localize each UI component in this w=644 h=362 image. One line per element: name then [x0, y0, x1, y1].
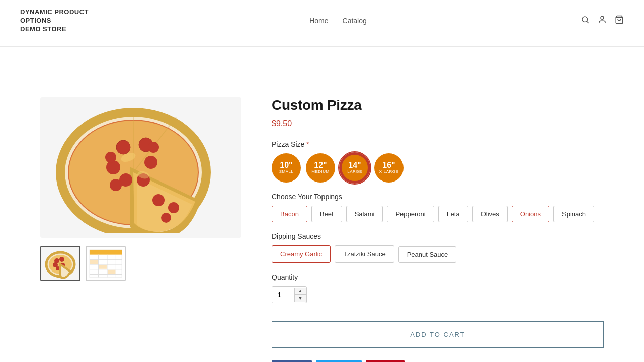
topping-salami[interactable]: Salami: [346, 206, 383, 222]
size-14-num: 14": [348, 161, 361, 169]
main-product-image: [40, 97, 242, 238]
sauce-tzatziki[interactable]: Tzatziki Sauce: [335, 245, 394, 263]
sauces-label: Dipping Sauces: [272, 232, 604, 240]
topping-beef[interactable]: Beef: [311, 206, 342, 222]
toppings-label: Choose Your Toppings: [272, 193, 604, 201]
add-to-cart-button[interactable]: ADD TO CART: [272, 321, 604, 348]
quantity-down[interactable]: ▼: [295, 295, 306, 302]
thumbnail-row: [40, 246, 242, 281]
quantity-wrapper: ▲ ▼: [272, 286, 307, 303]
size-16[interactable]: 16" X-LARGE: [374, 153, 404, 183]
search-icon[interactable]: [581, 15, 590, 27]
size-10[interactable]: 10" SMALL: [272, 153, 301, 183]
sauce-peanut[interactable]: Peanut Sauce: [398, 246, 457, 263]
thumbnail-table[interactable]: [86, 246, 126, 281]
topping-spinach[interactable]: Spinach: [553, 206, 594, 222]
size-14[interactable]: 14" LARGE: [340, 153, 369, 183]
quantity-spinners: ▲ ▼: [294, 288, 306, 302]
svg-point-2: [601, 16, 604, 19]
svg-rect-35: [90, 249, 122, 254]
size-options: 10" SMALL 12" MEDIUM 14" LARGE 16" X-LAR…: [272, 153, 604, 183]
required-star: *: [306, 140, 309, 148]
toppings-section: Choose Your Toppings Bacon Beef Salami P…: [272, 193, 604, 222]
svg-rect-44: [99, 265, 107, 269]
svg-point-18: [110, 179, 122, 191]
product-title: Custom Pizza: [272, 97, 604, 113]
topping-pepperoni[interactable]: Pepperoni: [387, 206, 434, 222]
twitter-tweet-button[interactable]: 🐦 TWEET: [316, 360, 362, 362]
quantity-section: Quantity ▲ ▼: [272, 273, 604, 303]
svg-point-23: [161, 213, 171, 223]
site-header: DYNAMIC PRODUCT OPTIONS DEMO STORE Home …: [0, 0, 644, 47]
quantity-input[interactable]: [272, 287, 294, 303]
sauces-section: Dipping Sauces Creamy Garlic Tzatziki Sa…: [272, 232, 604, 263]
svg-point-0: [582, 17, 588, 22]
size-10-sub: SMALL: [279, 169, 294, 174]
size-12-sub: MEDIUM: [311, 169, 329, 174]
svg-point-30: [59, 257, 64, 262]
svg-point-20: [105, 152, 116, 163]
size-14-sub: LARGE: [347, 169, 362, 174]
store-name: DYNAMIC PRODUCT OPTIONS DEMO STORE: [20, 8, 96, 34]
cart-icon[interactable]: [615, 15, 624, 27]
facebook-share-button[interactable]: f SHARE: [272, 360, 312, 362]
quantity-up[interactable]: ▲: [295, 288, 306, 295]
size-12[interactable]: 12" MEDIUM: [306, 153, 335, 183]
size-section: Pizza Size * 10" SMALL 12" MEDIUM 14" LA…: [272, 140, 604, 183]
main-nav: Home Catalog: [309, 17, 367, 25]
pinterest-pin-button[interactable]: P PIN IT: [366, 360, 405, 362]
svg-point-22: [168, 202, 179, 213]
topping-onions[interactable]: Onions: [512, 206, 549, 222]
svg-rect-45: [108, 269, 116, 274]
product-info: Custom Pizza $9.50 Pizza Size * 10" SMAL…: [272, 97, 604, 362]
topping-feta[interactable]: Feta: [438, 206, 468, 222]
svg-point-33: [56, 266, 60, 270]
product-price: $9.50: [272, 119, 604, 128]
svg-point-15: [144, 156, 157, 169]
product-page: Custom Pizza $9.50 Pizza Size * 10" SMAL…: [0, 67, 644, 362]
nav-catalog[interactable]: Catalog: [343, 17, 367, 25]
size-10-num: 10": [280, 161, 292, 169]
svg-point-14: [106, 160, 120, 174]
product-images: [40, 97, 242, 362]
svg-rect-43: [90, 260, 98, 264]
topping-options: Bacon Beef Salami Pepperoni Feta Olives …: [272, 206, 604, 222]
size-12-num: 12": [314, 161, 327, 169]
sauce-creamy-garlic[interactable]: Creamy Garlic: [272, 245, 331, 263]
svg-point-19: [148, 142, 159, 153]
nav-home[interactable]: Home: [309, 17, 328, 25]
svg-point-21: [152, 194, 165, 206]
sauce-options: Creamy Garlic Tzatziki Sauce Peanut Sauc…: [272, 245, 604, 263]
social-share: f SHARE 🐦 TWEET P PIN IT: [272, 360, 604, 362]
size-16-num: 16": [382, 161, 395, 169]
size-label: Pizza Size *: [272, 140, 604, 148]
size-16-sub: X-LARGE: [379, 169, 399, 174]
svg-line-1: [587, 21, 588, 23]
topping-bacon[interactable]: Bacon: [272, 206, 307, 222]
login-icon[interactable]: [598, 15, 607, 27]
thumbnail-pizza[interactable]: [40, 246, 80, 281]
header-actions: [581, 15, 624, 27]
quantity-label: Quantity: [272, 273, 604, 281]
topping-olives[interactable]: Olives: [472, 206, 508, 222]
